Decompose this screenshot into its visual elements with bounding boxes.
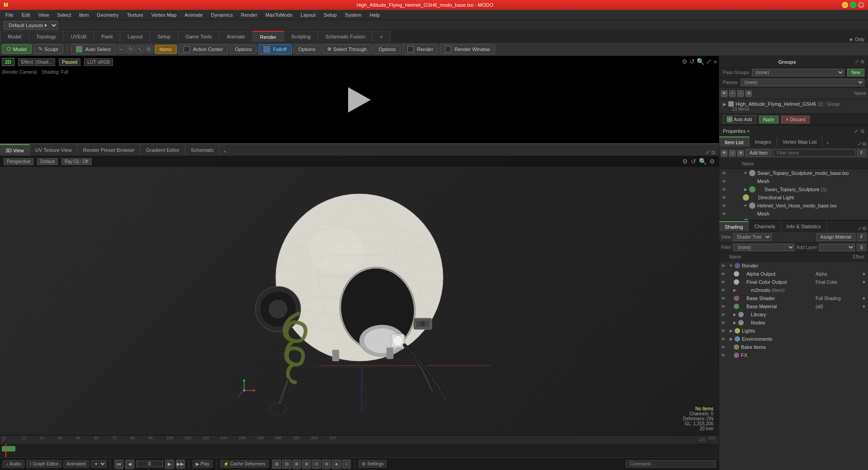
items-btn[interactable]: Items: [155, 45, 177, 54]
tab-render[interactable]: Render: [253, 31, 284, 42]
maximize-button[interactable]: □: [850, 2, 856, 8]
tab-channels[interactable]: Channels: [749, 221, 781, 231]
tab-uv-texture[interactable]: UV Texture View: [30, 144, 78, 155]
shading-expand-library[interactable]: ▶: [732, 312, 737, 317]
shading-mode-dropdown[interactable]: Default: [37, 158, 58, 165]
shading-content[interactable]: 👁 ▼ Render 👁 Alpha Output Alpha ▼: [719, 262, 868, 470]
audio-btn[interactable]: ♪ Audio: [3, 460, 24, 468]
groups-add-btn[interactable]: +: [729, 90, 736, 97]
options1-btn[interactable]: Options: [230, 45, 257, 54]
falloff-btn[interactable]: Falloff: [259, 44, 292, 54]
float-properties-icon[interactable]: ⧉: [861, 128, 864, 134]
shading-expand-env[interactable]: ▶: [728, 336, 734, 342]
auto-add-btn[interactable]: ✓ Auto Add: [723, 115, 756, 123]
shading-eye-env[interactable]: 👁: [721, 337, 727, 342]
assign-material-btn[interactable]: Assign Material: [816, 233, 855, 241]
apply-btn[interactable]: Apply: [759, 116, 778, 123]
eye-icon-6[interactable]: 👁: [721, 211, 727, 217]
animated-btn[interactable]: Animated: [63, 460, 89, 468]
discard-btn[interactable]: ✕ Discard: [781, 116, 810, 123]
item-row-mesh1[interactable]: 👁 Mesh: [719, 177, 868, 185]
shading-row-m2modo[interactable]: 👁 ▶ m2modo (Item): [719, 286, 868, 294]
tab-scripting[interactable]: Scripting: [284, 31, 318, 42]
shading-eye-bake[interactable]: 👁: [721, 345, 727, 350]
shading-row-render[interactable]: 👁 ▼ Render: [719, 262, 868, 270]
zoom-in-icon[interactable]: 🔍: [697, 58, 704, 65]
shader-tree-dropdown[interactable]: Shader Tree: [733, 233, 772, 241]
items-add-small-btn[interactable]: +: [729, 150, 736, 156]
float-shading-icon[interactable]: ⧉: [863, 226, 866, 231]
expand-icon[interactable]: ⤢: [706, 58, 712, 65]
filter-items-input[interactable]: [774, 149, 855, 157]
tab-layout[interactable]: Layout: [120, 31, 150, 42]
tab-model[interactable]: Model: [0, 31, 29, 42]
new-group-btn[interactable]: New: [847, 69, 864, 76]
shading-expand-nodes[interactable]: ▶: [732, 320, 737, 325]
cache-deformers-btn[interactable]: ⚡ Cache Deformers: [220, 460, 269, 468]
shading-alpha-dropdown[interactable]: ▼: [862, 272, 866, 277]
menu-system[interactable]: System: [341, 11, 365, 19]
eye-icon-1[interactable]: 👁: [721, 170, 727, 176]
menu-animate[interactable]: Animate: [181, 11, 206, 19]
groups-eye-btn[interactable]: 👁: [721, 90, 727, 97]
shading-row-fx[interactable]: 👁 FX: [719, 351, 868, 359]
add-layer-dropdown[interactable]: [819, 244, 855, 251]
options2-btn[interactable]: Options: [293, 45, 321, 54]
shading-eye-final[interactable]: 👁: [721, 280, 727, 285]
eye-icon-2[interactable]: 👁: [721, 178, 727, 184]
shading-eye-base-shader[interactable]: 👁: [721, 296, 727, 301]
shading-row-base-shader[interactable]: 👁 Base Shader Full Shading ▼: [719, 294, 868, 302]
transport-next[interactable]: ▶▶: [176, 460, 185, 469]
shading-row-environments[interactable]: 👁 ▶ Environments: [719, 335, 868, 343]
mode-sculpt-btn[interactable]: ✎ Sculpt: [33, 44, 63, 54]
shading-row-base-material[interactable]: 👁 Base Material (all) ▼: [719, 302, 868, 310]
shading-eye-lights[interactable]: 👁: [721, 329, 727, 334]
render-btn[interactable]: Render: [402, 44, 438, 54]
auto-select-btn[interactable]: Auto Select: [71, 44, 116, 54]
shading-row-nodes[interactable]: 👁 ▶ Nodes: [719, 319, 868, 327]
expander-1[interactable]: ▼: [743, 170, 748, 176]
settings-btn[interactable]: ⚙ Settings: [359, 460, 387, 468]
tab-render-preset[interactable]: Render Preset Browser: [78, 144, 141, 155]
close-button[interactable]: ✕: [858, 2, 864, 8]
groups-settings-btn[interactable]: ⚙: [745, 90, 752, 97]
tab-gradient-editor[interactable]: Gradient Editor: [141, 144, 185, 155]
action-center-btn[interactable]: Action Center: [179, 44, 228, 54]
item-row-mesh2[interactable]: 👁 Mesh: [719, 210, 868, 218]
menu-edit[interactable]: Edit: [18, 11, 34, 19]
ctrl7[interactable]: ●: [332, 460, 341, 469]
expand-shading-icon[interactable]: ⤢: [858, 226, 862, 231]
tab-3d-view[interactable]: 3D View: [0, 144, 30, 155]
items-eye-btn[interactable]: 👁: [721, 150, 727, 156]
command-input[interactable]: Command: [626, 460, 716, 468]
tab-item-list[interactable]: Item List: [719, 136, 750, 147]
add-item-btn[interactable]: Add Item: [745, 149, 772, 157]
ctrl6[interactable]: ⊚: [322, 460, 331, 469]
tab-vertex-map[interactable]: Vertex Map List: [777, 136, 823, 147]
menu-render[interactable]: Render: [237, 11, 261, 19]
float-items-icon[interactable]: ⧉: [863, 141, 866, 147]
item-row-light[interactable]: 👁 Directional Light: [719, 193, 868, 202]
float-groups-icon[interactable]: ⧉: [861, 59, 864, 65]
item-row-swan-group[interactable]: 👁 ▼ Swan_Topiary_Sculpture_modo_base.lxo: [719, 169, 868, 177]
groups-remove-btn[interactable]: −: [737, 90, 744, 97]
ctrl5[interactable]: ⊙: [312, 460, 321, 469]
shading-row-bake[interactable]: 👁 Bake Items: [719, 343, 868, 351]
tab-uvedit[interactable]: UVEdit: [64, 31, 94, 42]
menu-view[interactable]: View: [35, 11, 53, 19]
transform-icon[interactable]: ⊞: [145, 45, 153, 53]
shading-base-material-dropdown[interactable]: ▼: [862, 304, 866, 309]
menu-geometry[interactable]: Geometry: [93, 11, 122, 19]
pass-groups-dropdown[interactable]: (none): [752, 69, 844, 76]
move-icon[interactable]: ↔: [118, 45, 126, 53]
ctrl3[interactable]: ⊕: [292, 460, 301, 469]
settings-viewport-icon[interactable]: ⚙: [682, 158, 688, 165]
filter-f-btn[interactable]: F: [857, 149, 866, 157]
tab-game-tools[interactable]: Game Tools: [178, 31, 220, 42]
tab-add-viewport[interactable]: +: [220, 147, 230, 155]
minimize-button[interactable]: ─: [842, 2, 848, 8]
shading-expand-m2modo[interactable]: ▶: [732, 287, 737, 293]
menu-select[interactable]: Select: [53, 11, 75, 19]
refresh-viewport-icon[interactable]: ↺: [691, 158, 696, 165]
tab-paint[interactable]: Paint: [94, 31, 120, 42]
